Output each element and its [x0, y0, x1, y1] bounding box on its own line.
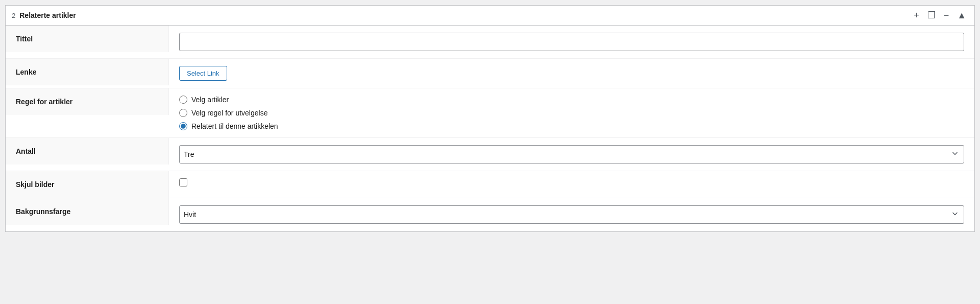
tittel-row: Tittel: [6, 26, 974, 59]
antall-label: Antall: [6, 138, 169, 165]
antall-select[interactable]: Tre En To Fire Fem: [179, 145, 964, 163]
antall-control: Tre En To Fire Fem: [169, 138, 974, 171]
panel-header-actions: + ❐ − ▲: [912, 10, 968, 21]
bakgrunnsfarge-control: Hvit Grå Svart: [169, 198, 974, 231]
antall-select-wrapper: Tre En To Fire Fem: [179, 145, 964, 163]
radio-velg-artikler-label: Velg artikler: [191, 96, 229, 104]
skjul-bilder-control: [169, 171, 974, 194]
regel-control: Velg artikler Velg regel for utvelgelse …: [169, 88, 974, 137]
skjul-bilder-row: Skjul bilder: [6, 171, 974, 198]
panel-number: 2: [12, 12, 15, 19]
panel-body: Tittel Lenke Select Link Regel for artik…: [6, 26, 974, 231]
panel-relaterte-artikler: 2 Relaterte artikler + ❐ − ▲ Tittel Lenk…: [5, 5, 975, 232]
radio-relatert[interactable]: Relatert til denne artikkelen: [179, 122, 278, 130]
panel-title: Relaterte artikler: [19, 11, 76, 19]
panel-header: 2 Relaterte artikler + ❐ − ▲: [6, 6, 974, 26]
radio-velg-artikler-input[interactable]: [179, 96, 187, 104]
lenke-row: Lenke Select Link: [6, 59, 974, 88]
duplicate-button[interactable]: ❐: [925, 10, 938, 21]
bakgrunnsfarge-select-wrapper: Hvit Grå Svart: [179, 205, 964, 224]
add-button[interactable]: +: [912, 10, 921, 21]
lenke-control: Select Link: [169, 59, 974, 88]
radio-relatert-label: Relatert til denne artikkelen: [191, 122, 278, 130]
regel-label: Regel for artikler: [6, 88, 169, 115]
radio-velg-regel-input[interactable]: [179, 109, 187, 117]
radio-velg-regel[interactable]: Velg regel for utvelgelse: [179, 109, 278, 117]
collapse-button[interactable]: ▲: [955, 10, 968, 21]
tittel-control: [169, 26, 974, 58]
remove-button[interactable]: −: [942, 10, 951, 21]
radio-velg-artikler[interactable]: Velg artikler: [179, 96, 278, 104]
select-link-button[interactable]: Select Link: [179, 66, 227, 81]
antall-row: Antall Tre En To Fire Fem: [6, 138, 974, 171]
radio-relatert-input[interactable]: [179, 122, 187, 130]
skjul-bilder-label: Skjul bilder: [6, 171, 169, 198]
tittel-label: Tittel: [6, 26, 169, 52]
bakgrunnsfarge-row: Bakgrunnsfarge Hvit Grå Svart: [6, 198, 974, 231]
regel-row: Regel for artikler Velg artikler Velg re…: [6, 88, 974, 138]
panel-header-left: 2 Relaterte artikler: [12, 11, 76, 19]
bakgrunnsfarge-select[interactable]: Hvit Grå Svart: [179, 205, 964, 224]
radio-group: Velg artikler Velg regel for utvelgelse …: [179, 96, 278, 130]
lenke-label: Lenke: [6, 59, 169, 85]
radio-velg-regel-label: Velg regel for utvelgelse: [191, 109, 267, 117]
bakgrunnsfarge-label: Bakgrunnsfarge: [6, 198, 169, 225]
skjul-bilder-checkbox[interactable]: [179, 178, 187, 186]
tittel-input[interactable]: [179, 33, 964, 51]
